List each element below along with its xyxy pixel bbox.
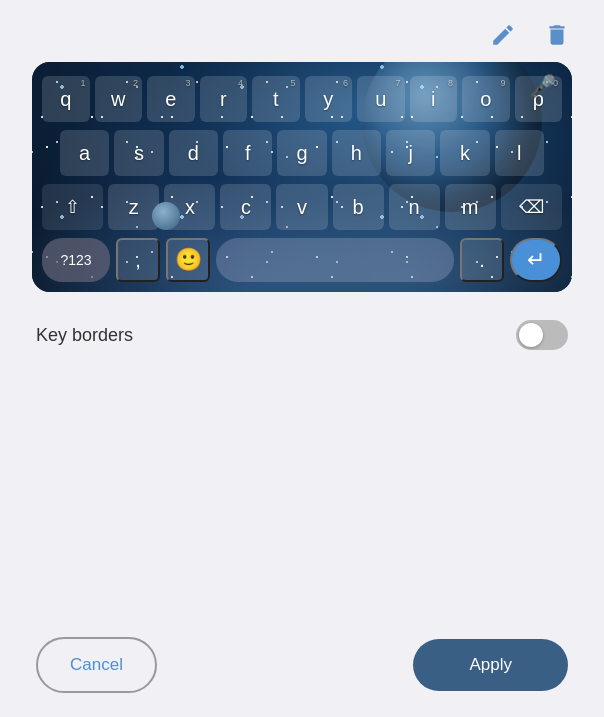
shift-key[interactable]: ⇧ <box>42 184 103 230</box>
key-r[interactable]: 4r <box>200 76 248 122</box>
key-k[interactable]: k <box>440 130 489 176</box>
key-b[interactable]: b <box>333 184 384 230</box>
key-g[interactable]: g <box>277 130 326 176</box>
backspace-key[interactable]: ⌫ <box>501 184 562 230</box>
key-j[interactable]: j <box>386 130 435 176</box>
delete-button[interactable] <box>540 18 574 52</box>
key-borders-setting: Key borders <box>36 320 568 350</box>
key-w[interactable]: 2w <box>95 76 143 122</box>
key-q[interactable]: 1q <box>42 76 90 122</box>
key-u[interactable]: 7u <box>357 76 405 122</box>
key-borders-toggle[interactable] <box>516 320 568 350</box>
cancel-button[interactable]: Cancel <box>36 637 157 693</box>
key-s[interactable]: s <box>114 130 163 176</box>
key-row-2: a s d f g h j k l <box>42 130 562 176</box>
edit-button[interactable] <box>486 18 520 52</box>
key-m[interactable]: m <box>445 184 496 230</box>
key-z[interactable]: z <box>108 184 159 230</box>
key-o[interactable]: 9o <box>462 76 510 122</box>
key-t[interactable]: 5t <box>252 76 300 122</box>
space-key[interactable] <box>216 238 454 282</box>
small-moon-decoration <box>152 202 180 230</box>
key-y[interactable]: 6y <box>305 76 353 122</box>
enter-key[interactable]: ↵ <box>510 238 562 282</box>
toolbar <box>0 0 604 62</box>
key-d[interactable]: d <box>169 130 218 176</box>
keyboard-preview: .planet { position: absolute; top: -30px… <box>32 62 572 292</box>
key-v[interactable]: v <box>276 184 327 230</box>
key-h[interactable]: h <box>332 130 381 176</box>
period-key[interactable]: . <box>460 238 504 282</box>
mic-icon[interactable]: 🎤 <box>529 74 556 100</box>
apply-button[interactable]: Apply <box>413 639 568 691</box>
key-i[interactable]: 8i <box>410 76 458 122</box>
key-borders-label: Key borders <box>36 325 133 346</box>
key-e[interactable]: 3e <box>147 76 195 122</box>
action-buttons: Cancel Apply <box>0 609 604 717</box>
emoji-key[interactable]: 🙂 <box>166 238 210 282</box>
key-f[interactable]: f <box>223 130 272 176</box>
key-row-3: ⇧ z x c v b n m ⌫ <box>42 184 562 230</box>
comma-key[interactable]: , <box>116 238 160 282</box>
settings-section: Key borders <box>0 292 604 350</box>
key-n[interactable]: n <box>389 184 440 230</box>
num-switch-key[interactable]: ?123 <box>42 238 110 282</box>
key-row-bottom: ?123 , 🙂 . ↵ <box>42 238 562 282</box>
key-row-1: 1q 2w 3e 4r 5t 6y 7u 8i <box>42 76 562 122</box>
key-a[interactable]: a <box>60 130 109 176</box>
key-c[interactable]: c <box>220 184 271 230</box>
key-l[interactable]: l <box>495 130 544 176</box>
keyboard-keys: 1q 2w 3e 4r 5t 6y 7u 8i <box>32 62 572 292</box>
